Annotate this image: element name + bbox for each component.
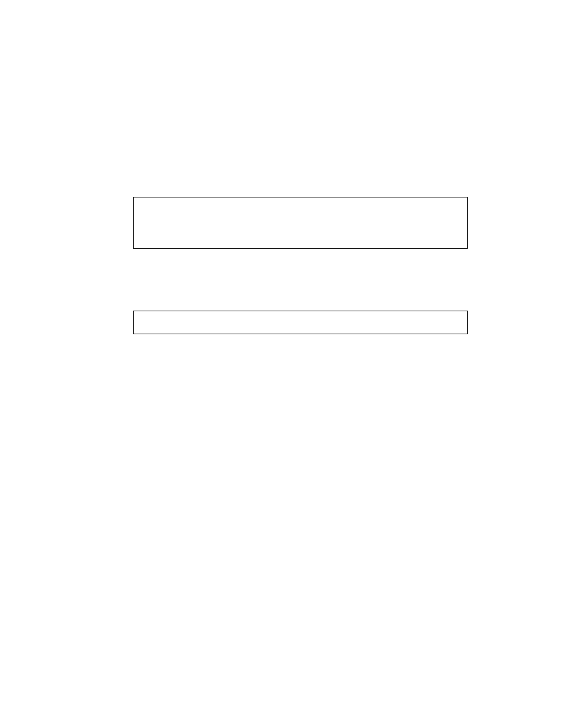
empty-box-1	[133, 197, 468, 249]
page-container	[0, 0, 562, 728]
empty-box-2	[133, 311, 468, 334]
